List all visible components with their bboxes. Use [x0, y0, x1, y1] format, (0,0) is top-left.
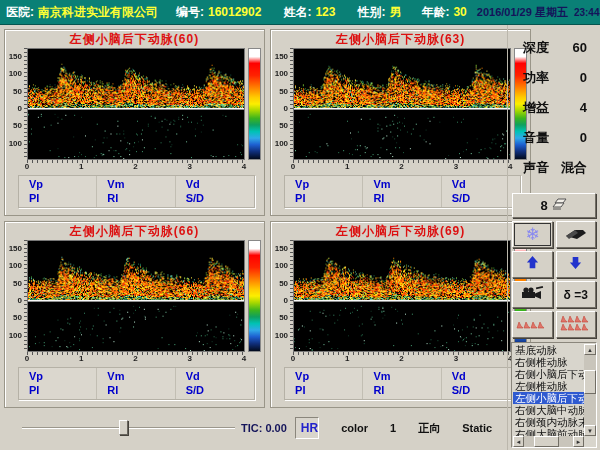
doppler-spectrum-canvas [293, 240, 511, 352]
delta-button[interactable]: δ =3 [556, 281, 597, 308]
x-tick-label: 4 [242, 354, 246, 363]
mode-value: Static [462, 422, 492, 434]
acquisition-params: 深度60 功率0 增益4 音量0 声音混合 [511, 29, 597, 187]
volume-label: 音量 [523, 127, 549, 157]
y-axis: 15010050050100 [274, 48, 293, 160]
patient-info-bar: 医院: 南京科进实业有限公司 编号: 16012902 姓名: 123 性别: … [0, 0, 600, 25]
gender-label: 性别: [357, 4, 385, 21]
scrollbar-left-icon[interactable]: ◄ [513, 436, 524, 447]
x-tick-label: 1 [79, 354, 83, 363]
y-tick-label: 50 [13, 86, 22, 95]
ri-label: RI [107, 383, 174, 397]
control-buttons: ❄ [511, 221, 597, 338]
arrow-down-icon [568, 255, 583, 274]
y-tick-label: 100 [275, 330, 288, 339]
sd-label: S/D [186, 191, 254, 205]
sd-label: S/D [186, 383, 254, 397]
doppler-spectrum-canvas [27, 48, 245, 160]
x-tick-label: 2 [133, 162, 137, 171]
waveform-single-icon [516, 316, 548, 334]
stacked-sheets-icon [550, 197, 568, 215]
panel-title: 左侧小脑后下动脉(63) [274, 31, 527, 48]
slider-thumb[interactable] [119, 420, 128, 435]
time-slider[interactable] [22, 419, 235, 437]
color-value: 1 [390, 422, 396, 434]
multi-frame-button[interactable]: 8 [512, 193, 596, 218]
y-axis: 15010050050100 [274, 240, 293, 352]
vm-label: Vm [373, 369, 440, 383]
scrollbar-thumb[interactable] [584, 370, 596, 394]
pi-label: PI [29, 383, 96, 397]
velocity-colorbar [248, 240, 261, 352]
power-label: 功率 [523, 67, 549, 97]
x-tick-label: 0 [291, 162, 295, 171]
date-text: 2016/01/29 星期五 [477, 5, 568, 20]
artery-item[interactable]: 基底动脉 [513, 344, 584, 356]
vd-label: Vd [186, 177, 254, 191]
y-tick-label: 100 [9, 138, 22, 147]
x-tick-label: 0 [291, 354, 295, 363]
x-tick-label: 1 [79, 162, 83, 171]
measurement-table: VpPI VmRI VdS/D [284, 367, 521, 400]
y-tick-label: 0 [284, 104, 288, 113]
artery-listbox: 基底动脉右侧椎动脉右侧小脑后下动脉左侧椎动脉左侧小脑后下动脉右侧大脑中动脉右侧颈… [511, 342, 597, 448]
sound-value: 混合 [561, 157, 587, 187]
slider-track[interactable] [22, 427, 235, 429]
y-tick-label: 0 [18, 296, 22, 305]
depth-label: 深度 [523, 37, 549, 67]
single-trace-button[interactable] [512, 311, 553, 338]
x-tick-label: 3 [454, 162, 458, 171]
y-tick-marks [290, 48, 293, 160]
artery-item[interactable]: 右侧大脑中动脉 [513, 404, 584, 416]
doppler-spectrum-canvas [27, 240, 245, 352]
artery-item[interactable]: 左侧小脑后下动脉 [513, 392, 584, 404]
power-value: 0 [580, 67, 587, 97]
y-tick-label: 50 [279, 121, 288, 130]
x-tick-label: 1 [345, 162, 349, 171]
vp-label: Vp [295, 177, 362, 191]
time-text: 23:44:44 [574, 7, 600, 18]
pi-label: PI [29, 191, 96, 205]
scrollbar-right-icon[interactable]: ► [573, 436, 584, 447]
x-tick-label: 3 [188, 162, 192, 171]
panel-title: 左侧小脑后下动脉(60) [8, 31, 261, 48]
x-axis: 01234 [293, 160, 510, 171]
scroll-down-button[interactable] [556, 251, 597, 278]
y-tick-label: 50 [13, 278, 22, 287]
hospital-value: 南京科进实业有限公司 [38, 4, 158, 21]
artery-item[interactable]: 右侧小脑后下动脉 [513, 368, 584, 380]
dual-trace-button[interactable] [556, 311, 597, 338]
scrollbar-thumb[interactable] [534, 436, 559, 447]
horizontal-scrollbar[interactable]: ◄ ► [513, 436, 584, 447]
y-tick-marks [24, 240, 27, 352]
x-tick-label: 3 [454, 354, 458, 363]
y-tick-label: 50 [279, 86, 288, 95]
artery-item[interactable]: 左侧椎动脉 [513, 380, 584, 392]
vertical-scrollbar[interactable]: ▲ ▼ [584, 344, 596, 436]
artery-item[interactable]: 右侧颈内动脉末段 [513, 416, 584, 428]
record-button[interactable] [512, 281, 553, 308]
x-axis: 01234 [27, 160, 244, 171]
freeze-button[interactable]: ❄ [512, 221, 553, 248]
artery-item[interactable]: 右侧椎动脉 [513, 356, 584, 368]
video-camera-icon [520, 286, 544, 304]
name-value: 123 [315, 5, 335, 19]
status-bar: TIC: 0.00 HR color 1 正向 Static 312cm/s [0, 410, 507, 450]
y-tick-label: 0 [18, 104, 22, 113]
id-value: 16012902 [208, 5, 261, 19]
vd-label: Vd [186, 369, 254, 383]
scrollbar-down-icon[interactable]: ▼ [584, 425, 596, 436]
spectrum-grid: 左侧小脑后下动脉(60) 15010050050100 01234 VpPI V… [0, 25, 507, 410]
y-tick-label: 150 [275, 52, 288, 61]
hospital-label: 医院: [6, 4, 34, 21]
spectrum-panel-1: 左侧小脑后下动脉(60) 15010050050100 01234 VpPI V… [4, 29, 265, 216]
velocity-colorbar [248, 48, 261, 160]
arrow-up-icon [525, 255, 540, 274]
scrollbar-up-icon[interactable]: ▲ [584, 344, 596, 355]
erase-button[interactable] [556, 221, 597, 248]
scroll-up-button[interactable] [512, 251, 553, 278]
y-tick-label: 50 [279, 313, 288, 322]
artery-item[interactable]: 右侧大脑前动脉 [513, 428, 584, 436]
gender-value: 男 [389, 4, 401, 21]
y-tick-label: 100 [9, 69, 22, 78]
